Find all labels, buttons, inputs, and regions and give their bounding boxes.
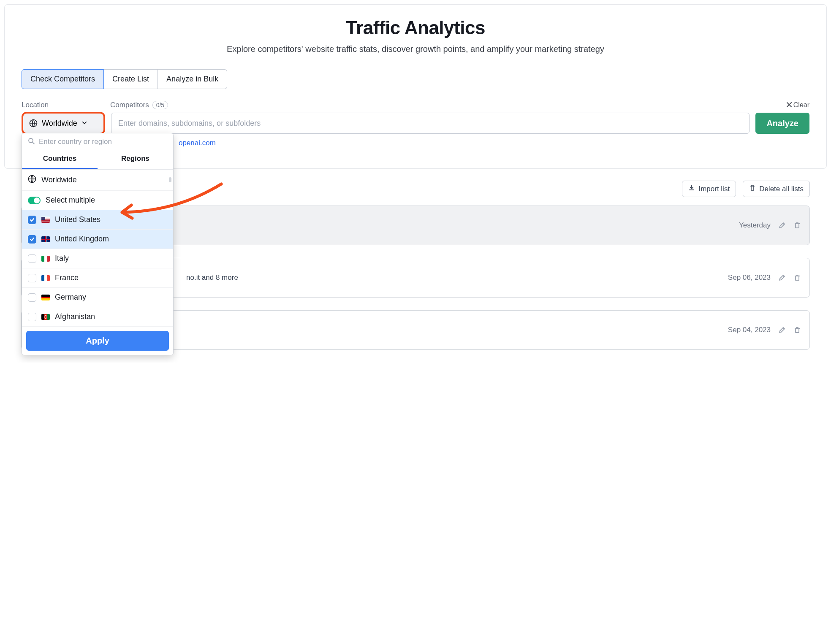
scrollbar-thumb[interactable] — [169, 177, 171, 182]
delete-all-lists-button[interactable]: Delete all lists — [743, 181, 810, 197]
examples-row: openai.com — [179, 139, 809, 147]
import-list-label: Import list — [698, 185, 730, 193]
country-label: United Kingdom — [55, 235, 109, 244]
clear-label: Clear — [793, 101, 809, 109]
search-icon — [28, 138, 35, 146]
country-label: Germany — [55, 293, 86, 302]
trash-icon — [749, 184, 756, 193]
competitors-label-text: Competitors — [110, 101, 149, 109]
country-label: France — [55, 273, 79, 282]
flag-de-icon — [41, 295, 50, 300]
trash-icon[interactable] — [793, 274, 801, 281]
analytics-panel: Traffic Analytics Explore competitors' w… — [4, 4, 827, 169]
competitors-label: Competitors 0/5 — [110, 101, 778, 109]
input-row: Worldwide Analyze — [22, 112, 809, 135]
globe-icon — [28, 175, 36, 185]
country-search-input[interactable] — [39, 138, 167, 146]
tab-check-competitors[interactable]: Check Competitors — [22, 69, 104, 89]
page-subtitle: Explore competitors' website traffic sta… — [22, 44, 809, 54]
dropdown-tab-regions[interactable]: Regions — [98, 150, 173, 169]
checkbox-icon[interactable] — [28, 216, 36, 224]
country-label: United States — [55, 215, 100, 224]
edit-icon[interactable] — [778, 222, 786, 229]
flag-us-icon — [41, 217, 50, 223]
country-label: Afghanistan — [55, 312, 95, 321]
analyze-button[interactable]: Analyze — [755, 113, 809, 134]
edit-icon[interactable] — [778, 326, 786, 334]
location-btn-label: Worldwide — [42, 119, 77, 128]
mode-tabs: Check Competitors Create List Analyze in… — [22, 69, 809, 89]
apply-button[interactable]: Apply — [26, 331, 169, 351]
flag-uk-icon — [41, 236, 50, 242]
option-germany[interactable]: Germany — [22, 288, 173, 307]
checkbox-icon[interactable] — [28, 235, 36, 244]
list-time: Yesterday — [739, 221, 771, 230]
select-multiple-label: Select multiple — [46, 196, 95, 205]
option-united-states[interactable]: United States — [22, 210, 173, 230]
location-dropdown: Countries Regions Worldwide Select multi… — [22, 133, 174, 355]
list-extra-text: no.it and 8 more — [186, 273, 238, 282]
edit-icon[interactable] — [778, 274, 786, 281]
trash-icon[interactable] — [793, 222, 801, 229]
flag-it-icon — [41, 256, 50, 262]
checkbox-icon[interactable] — [28, 293, 36, 302]
delete-all-label: Delete all lists — [759, 185, 804, 193]
flag-fr-icon — [41, 275, 50, 281]
trash-icon[interactable] — [793, 326, 801, 334]
option-france[interactable]: France — [22, 268, 173, 288]
flag-af-icon — [41, 314, 50, 320]
dropdown-tabs: Countries Regions — [22, 150, 173, 170]
example-link-openai[interactable]: openai.com — [179, 139, 216, 147]
dropdown-body[interactable]: Worldwide Select multiple United States … — [22, 170, 173, 327]
dropdown-tab-countries[interactable]: Countries — [22, 150, 98, 169]
globe-icon — [29, 119, 38, 127]
tab-analyze-bulk[interactable]: Analyze in Bulk — [158, 69, 227, 89]
checkbox-icon[interactable] — [28, 274, 36, 282]
dropdown-search-row — [22, 133, 173, 150]
page-title: Traffic Analytics — [22, 17, 809, 38]
competitors-input[interactable] — [111, 113, 750, 134]
option-italy[interactable]: Italy — [22, 249, 173, 268]
select-multiple-toggle[interactable] — [28, 197, 41, 204]
checkbox-icon[interactable] — [28, 313, 36, 321]
competitors-count-badge: 0/5 — [152, 101, 168, 109]
dropdown-footer: Apply — [22, 327, 173, 355]
chevron-down-icon — [81, 119, 87, 128]
close-icon — [787, 101, 792, 109]
location-label: Location — [22, 101, 102, 109]
download-icon — [688, 184, 695, 193]
list-time: Sep 06, 2023 — [728, 273, 771, 282]
clear-button[interactable]: Clear — [787, 101, 809, 109]
option-united-kingdom[interactable]: United Kingdom — [22, 230, 173, 249]
country-label: Italy — [55, 254, 69, 263]
option-worldwide[interactable]: Worldwide — [22, 170, 173, 191]
option-afghanistan[interactable]: Afghanistan — [22, 307, 173, 327]
list-time: Sep 04, 2023 — [728, 326, 771, 334]
location-dropdown-trigger[interactable]: Worldwide — [22, 112, 105, 135]
select-multiple-toggle-row[interactable]: Select multiple — [22, 191, 173, 210]
tab-create-list[interactable]: Create List — [104, 69, 158, 89]
labels-row: Location Competitors 0/5 Clear — [22, 101, 809, 109]
option-worldwide-label: Worldwide — [41, 176, 77, 184]
checkbox-icon[interactable] — [28, 254, 36, 263]
import-list-button[interactable]: Import list — [682, 181, 736, 197]
